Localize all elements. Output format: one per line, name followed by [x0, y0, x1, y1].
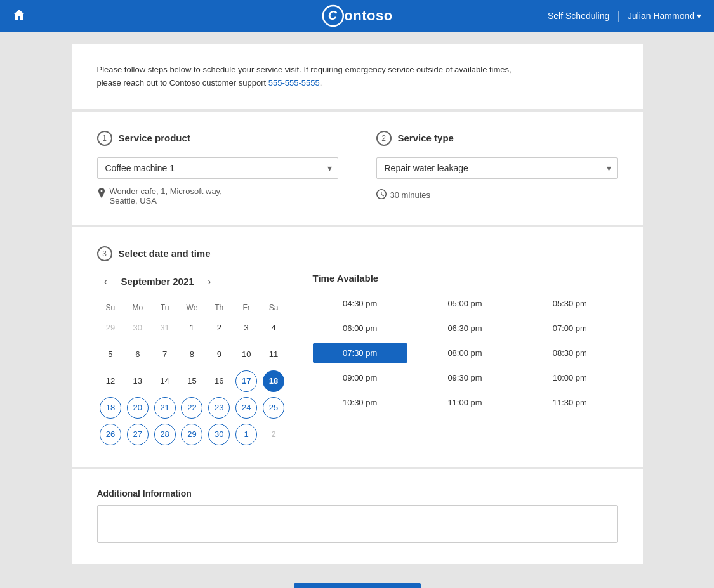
calendar-cell[interactable]: 16 — [206, 368, 233, 395]
time-slot[interactable]: 04:30 pm — [313, 294, 407, 313]
next-month-button[interactable]: › — [201, 273, 218, 291]
step3-title: Select date and time — [119, 248, 211, 259]
calendar-cell[interactable]: 13 — [124, 368, 151, 395]
calendar-day[interactable]: 9 — [208, 344, 230, 365]
calendar-cell[interactable]: 24 — [233, 395, 260, 421]
calendar-cell[interactable]: 3 — [233, 315, 260, 341]
calendar-day[interactable]: 30 — [208, 424, 230, 445]
calendar-cell[interactable]: 12 — [97, 368, 124, 395]
calendar-cell[interactable]: 7 — [151, 341, 178, 368]
calendar-cell[interactable]: 23 — [206, 395, 233, 421]
time-slot[interactable]: 07:30 pm — [313, 343, 407, 363]
calendar-cell[interactable]: 6 — [124, 341, 151, 368]
calendar-day[interactable]: 21 — [154, 397, 176, 419]
calendar-cell[interactable]: 1 — [178, 315, 206, 341]
calendar-cell[interactable]: 29 — [97, 315, 124, 341]
time-slot[interactable]: 09:30 pm — [418, 368, 512, 388]
calendar-cell[interactable]: 31 — [151, 315, 178, 341]
time-slot[interactable]: 06:30 pm — [418, 318, 512, 338]
time-slot[interactable]: 10:00 pm — [522, 368, 617, 388]
calendar-day[interactable]: 18 — [263, 370, 284, 392]
time-slot[interactable]: 10:30 pm — [313, 393, 407, 412]
weekday-fr: Fr — [233, 301, 260, 315]
calendar-cell[interactable]: 14 — [151, 368, 178, 395]
calendar-day[interactable]: 27 — [127, 424, 149, 445]
calendar-cell[interactable]: 30 — [124, 315, 151, 341]
calendar-day[interactable]: 10 — [235, 344, 257, 365]
calendar-day[interactable]: 17 — [235, 370, 257, 392]
calendar-day[interactable]: 25 — [263, 397, 284, 419]
calendar-cell[interactable]: 17 — [233, 368, 260, 395]
service-product-select[interactable]: Coffee machine 1 Coffee machine 2 — [97, 157, 338, 179]
calendar-cell[interactable]: 2 — [206, 315, 233, 341]
calendar-cell[interactable]: 5 — [97, 341, 124, 368]
step1-circle: 1 — [97, 131, 112, 146]
calendar-cell[interactable]: 20 — [124, 395, 151, 421]
time-slot[interactable]: 07:00 pm — [522, 318, 617, 338]
calendar-cell[interactable]: 28 — [151, 421, 178, 448]
step2-header: 2 Service type — [376, 131, 618, 146]
calendar-day[interactable]: 2 — [263, 424, 284, 445]
calendar-cell[interactable]: 18 — [260, 368, 288, 395]
support-phone[interactable]: 555-555-5555 — [268, 78, 320, 88]
time-slot[interactable]: 08:00 pm — [418, 343, 512, 363]
calendar-day[interactable]: 3 — [235, 317, 257, 339]
time-slot[interactable]: 11:00 pm — [418, 393, 512, 412]
calendar-day[interactable]: 29 — [100, 317, 121, 339]
calendar-day[interactable]: 16 — [208, 370, 230, 392]
calendar-cell[interactable]: 4 — [260, 315, 288, 341]
calendar-cell[interactable]: 10 — [233, 341, 260, 368]
calendar-day[interactable]: 23 — [208, 397, 230, 419]
service-type-select[interactable]: Repair water leakage Regular maintenance — [376, 157, 618, 179]
calendar-day[interactable]: 20 — [127, 397, 149, 419]
calendar-day[interactable]: 29 — [181, 424, 202, 445]
time-slot[interactable]: 11:30 pm — [522, 393, 617, 412]
prev-month-button[interactable]: ‹ — [97, 273, 115, 291]
calendar-cell[interactable]: 26 — [97, 421, 124, 448]
calendar-day[interactable]: 31 — [154, 317, 176, 339]
calendar-day[interactable]: 5 — [100, 344, 121, 365]
calendar-day[interactable]: 13 — [127, 370, 149, 392]
user-menu[interactable]: Julian Hammond ▾ — [628, 11, 701, 21]
calendar-cell[interactable]: 2 — [260, 421, 288, 448]
calendar-cell[interactable]: 11 — [260, 341, 288, 368]
calendar-cell[interactable]: 21 — [151, 395, 178, 421]
calendar-cell[interactable]: 8 — [178, 341, 206, 368]
calendar-day[interactable]: 22 — [181, 397, 202, 419]
calendar-day[interactable]: 2 — [208, 317, 230, 339]
calendar-cell[interactable]: 15 — [178, 368, 206, 395]
calendar-cell[interactable]: 30 — [206, 421, 233, 448]
time-slot[interactable]: 05:00 pm — [418, 294, 512, 313]
step2-col: 2 Service type Repair water leakage Regu… — [376, 131, 618, 206]
calendar-day[interactable]: 18 — [100, 397, 121, 419]
calendar-cell[interactable]: 1 — [233, 421, 260, 448]
calendar-cell[interactable]: 27 — [124, 421, 151, 448]
book-button[interactable]: Book — [294, 583, 421, 588]
weekday-tu: Tu — [151, 301, 178, 315]
time-slot[interactable]: 08:30 pm — [522, 343, 617, 363]
calendar-cell[interactable]: 29 — [178, 421, 206, 448]
calendar-day[interactable]: 28 — [154, 424, 176, 445]
calendar-day[interactable]: 15 — [181, 370, 202, 392]
calendar-day[interactable]: 30 — [127, 317, 149, 339]
calendar-day[interactable]: 14 — [154, 370, 176, 392]
time-slot[interactable]: 09:00 pm — [313, 368, 407, 388]
calendar-day[interactable]: 24 — [235, 397, 257, 419]
calendar-day[interactable]: 1 — [181, 317, 202, 339]
calendar-cell[interactable]: 25 — [260, 395, 288, 421]
home-button[interactable] — [13, 8, 25, 24]
calendar-day[interactable]: 6 — [127, 344, 149, 365]
calendar-day[interactable]: 4 — [263, 317, 284, 339]
additional-info-input[interactable] — [97, 505, 618, 543]
calendar-cell[interactable]: 22 — [178, 395, 206, 421]
calendar-day[interactable]: 26 — [100, 424, 121, 445]
time-slot[interactable]: 05:30 pm — [522, 294, 617, 313]
calendar-day[interactable]: 1 — [235, 424, 257, 445]
time-slot[interactable]: 06:00 pm — [313, 318, 407, 338]
calendar-day[interactable]: 7 — [154, 344, 176, 365]
calendar-day[interactable]: 11 — [263, 344, 284, 365]
calendar-cell[interactable]: 18 — [97, 395, 124, 421]
calendar-day[interactable]: 8 — [181, 344, 202, 365]
calendar-day[interactable]: 12 — [100, 370, 121, 392]
calendar-cell[interactable]: 9 — [206, 341, 233, 368]
